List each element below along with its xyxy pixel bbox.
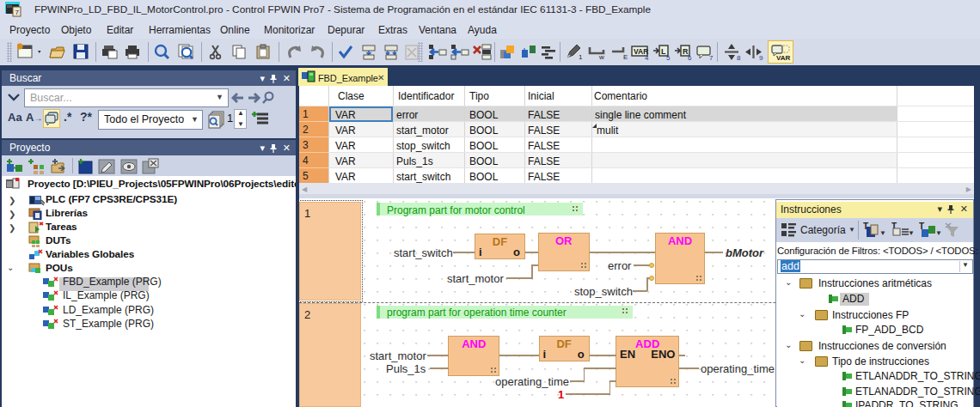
svg-text:6: 6 bbox=[688, 54, 692, 61]
svg-text:5: 5 bbox=[666, 54, 671, 61]
svg-text:E: E bbox=[623, 53, 628, 61]
svg-text:8: 8 bbox=[737, 54, 741, 61]
svg-text:9: 9 bbox=[759, 54, 763, 61]
svg-text:4: 4 bbox=[645, 54, 649, 61]
svg-text:w: w bbox=[598, 53, 604, 61]
svg-text:▼: ▼ bbox=[935, 229, 941, 237]
svg-text:1: 1 bbox=[579, 53, 583, 61]
svg-text:7: 7 bbox=[15, 9, 20, 16]
svg-text:7: 7 bbox=[709, 54, 714, 61]
svg-text:VAR: VAR bbox=[776, 54, 791, 61]
svg-text:▼: ▼ bbox=[908, 229, 914, 237]
svg-text:▼: ▼ bbox=[879, 229, 885, 237]
